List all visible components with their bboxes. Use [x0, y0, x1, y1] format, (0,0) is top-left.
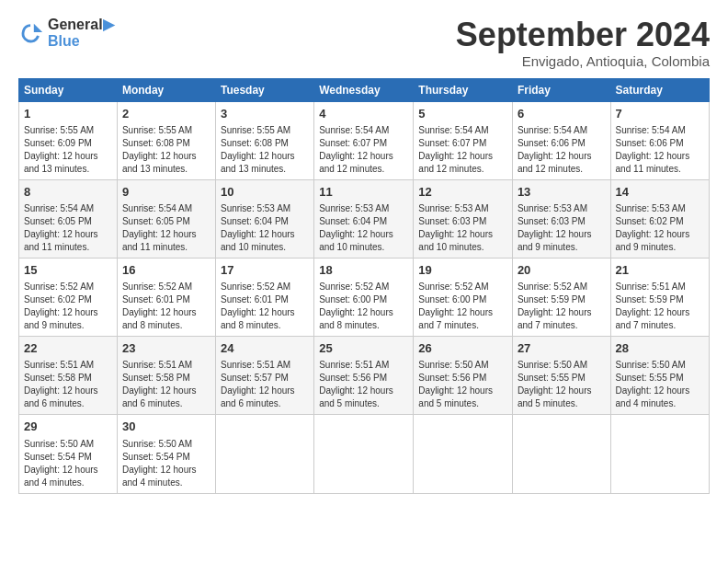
daylight-label: Daylight: 12 hours and 13 minutes. — [122, 151, 197, 174]
table-row — [314, 415, 414, 493]
sunset-text: Sunset: 6:03 PM — [518, 216, 586, 226]
table-row — [414, 415, 513, 493]
col-tuesday: Tuesday — [215, 78, 313, 101]
sunset-text: Sunset: 6:02 PM — [616, 216, 684, 226]
daylight-label: Daylight: 12 hours and 12 minutes. — [319, 151, 393, 174]
table-row: 3 Sunrise: 5:55 AM Sunset: 6:08 PM Dayli… — [215, 101, 313, 179]
sunset-text: Sunset: 6:09 PM — [24, 138, 92, 148]
calendar-week-row: 8 Sunrise: 5:54 AM Sunset: 6:05 PM Dayli… — [19, 179, 710, 258]
calendar-table: Sunday Monday Tuesday Wednesday Thursday… — [18, 78, 710, 494]
col-monday: Monday — [117, 78, 215, 101]
sunset-text: Sunset: 5:59 PM — [518, 294, 586, 304]
sunrise-text: Sunrise: 5:54 AM — [418, 125, 488, 135]
table-row: 25 Sunrise: 5:51 AM Sunset: 5:56 PM Dayl… — [314, 337, 414, 415]
sunrise-text: Sunrise: 5:52 AM — [518, 282, 587, 292]
day-number: 26 — [418, 340, 507, 357]
sunset-text: Sunset: 5:56 PM — [319, 373, 387, 383]
sunrise-text: Sunrise: 5:52 AM — [319, 282, 389, 292]
day-number: 16 — [122, 262, 210, 279]
day-number: 28 — [616, 340, 704, 357]
day-number: 18 — [319, 262, 408, 279]
sunrise-text: Sunrise: 5:50 AM — [518, 360, 587, 370]
day-number: 15 — [24, 262, 112, 279]
day-number: 5 — [418, 106, 507, 122]
sunrise-text: Sunrise: 5:50 AM — [122, 439, 192, 449]
col-wednesday: Wednesday — [314, 78, 414, 101]
table-row: 22 Sunrise: 5:51 AM Sunset: 5:58 PM Dayl… — [19, 337, 118, 415]
sunset-text: Sunset: 5:55 PM — [518, 373, 586, 383]
sunset-text: Sunset: 6:02 PM — [24, 294, 92, 304]
day-number: 24 — [221, 340, 309, 357]
day-number: 12 — [418, 184, 507, 201]
sunrise-text: Sunrise: 5:55 AM — [122, 125, 192, 135]
day-number: 8 — [24, 184, 112, 201]
location-subtitle: Envigado, Antioquia, Colombia — [456, 53, 710, 69]
day-number: 21 — [616, 262, 704, 279]
day-number: 2 — [122, 106, 210, 122]
day-number: 3 — [221, 106, 309, 122]
day-number: 11 — [319, 184, 408, 201]
day-number: 7 — [616, 106, 704, 122]
month-title: September 2024 — [456, 17, 710, 53]
table-row — [610, 415, 709, 493]
calendar-week-row: 1 Sunrise: 5:55 AM Sunset: 6:09 PM Dayli… — [19, 101, 710, 179]
day-number: 4 — [319, 106, 408, 122]
sunrise-text: Sunrise: 5:55 AM — [221, 125, 290, 135]
daylight-label: Daylight: 12 hours and 7 minutes. — [518, 307, 592, 330]
table-row: 2 Sunrise: 5:55 AM Sunset: 6:08 PM Dayli… — [117, 101, 215, 179]
table-row: 11 Sunrise: 5:53 AM Sunset: 6:04 PM Dayl… — [314, 179, 414, 258]
sunset-text: Sunset: 6:01 PM — [122, 294, 190, 304]
table-row: 16 Sunrise: 5:52 AM Sunset: 6:01 PM Dayl… — [117, 258, 215, 336]
sunrise-text: Sunrise: 5:55 AM — [24, 125, 94, 135]
day-number: 9 — [122, 184, 210, 201]
day-number: 13 — [518, 184, 606, 201]
sunset-text: Sunset: 6:03 PM — [418, 216, 486, 226]
calendar-week-row: 29 Sunrise: 5:50 AM Sunset: 5:54 PM Dayl… — [19, 415, 710, 493]
daylight-label: Daylight: 12 hours and 5 minutes. — [418, 385, 493, 408]
col-sunday: Sunday — [19, 78, 118, 101]
sunrise-text: Sunrise: 5:54 AM — [616, 125, 686, 135]
daylight-label: Daylight: 12 hours and 13 minutes. — [24, 151, 98, 174]
daylight-label: Daylight: 12 hours and 4 minutes. — [122, 465, 197, 488]
col-friday: Friday — [512, 78, 610, 101]
day-number: 27 — [518, 340, 606, 357]
daylight-label: Daylight: 12 hours and 10 minutes. — [319, 229, 393, 252]
day-number: 10 — [221, 184, 309, 201]
day-number: 19 — [418, 262, 507, 279]
sunset-text: Sunset: 6:08 PM — [221, 138, 289, 148]
table-row — [512, 415, 610, 493]
table-row: 21 Sunrise: 5:51 AM Sunset: 5:59 PM Dayl… — [610, 258, 709, 336]
sunset-text: Sunset: 5:58 PM — [122, 373, 190, 383]
daylight-label: Daylight: 12 hours and 5 minutes. — [319, 385, 393, 408]
table-row: 23 Sunrise: 5:51 AM Sunset: 5:58 PM Dayl… — [117, 337, 215, 415]
daylight-label: Daylight: 12 hours and 10 minutes. — [418, 229, 493, 252]
sunset-text: Sunset: 6:00 PM — [418, 294, 486, 304]
table-row: 29 Sunrise: 5:50 AM Sunset: 5:54 PM Dayl… — [19, 415, 118, 493]
sunrise-text: Sunrise: 5:51 AM — [24, 360, 94, 370]
table-row: 30 Sunrise: 5:50 AM Sunset: 5:54 PM Dayl… — [117, 415, 215, 493]
daylight-label: Daylight: 12 hours and 9 minutes. — [518, 229, 592, 252]
table-row: 5 Sunrise: 5:54 AM Sunset: 6:07 PM Dayli… — [414, 101, 513, 179]
daylight-label: Daylight: 12 hours and 12 minutes. — [418, 151, 493, 174]
sunrise-text: Sunrise: 5:53 AM — [518, 203, 587, 213]
table-row: 19 Sunrise: 5:52 AM Sunset: 6:00 PM Dayl… — [414, 258, 513, 336]
daylight-label: Daylight: 12 hours and 7 minutes. — [418, 307, 493, 330]
day-number: 20 — [518, 262, 606, 279]
table-row: 6 Sunrise: 5:54 AM Sunset: 6:06 PM Dayli… — [512, 101, 610, 179]
page-container: General▶ Blue September 2024 Envigado, A… — [0, 0, 728, 503]
day-number: 17 — [221, 262, 309, 279]
sunrise-text: Sunrise: 5:50 AM — [616, 360, 686, 370]
sunset-text: Sunset: 6:05 PM — [24, 216, 92, 226]
daylight-label: Daylight: 12 hours and 6 minutes. — [24, 385, 98, 408]
sunrise-text: Sunrise: 5:52 AM — [418, 282, 488, 292]
daylight-label: Daylight: 12 hours and 8 minutes. — [122, 307, 197, 330]
daylight-label: Daylight: 12 hours and 4 minutes. — [24, 465, 98, 488]
table-row: 1 Sunrise: 5:55 AM Sunset: 6:09 PM Dayli… — [19, 101, 118, 179]
table-row: 28 Sunrise: 5:50 AM Sunset: 5:55 PM Dayl… — [610, 337, 709, 415]
table-row: 18 Sunrise: 5:52 AM Sunset: 6:00 PM Dayl… — [314, 258, 414, 336]
table-row: 4 Sunrise: 5:54 AM Sunset: 6:07 PM Dayli… — [314, 101, 414, 179]
calendar-header-row: Sunday Monday Tuesday Wednesday Thursday… — [19, 78, 710, 101]
sunrise-text: Sunrise: 5:54 AM — [319, 125, 389, 135]
sunset-text: Sunset: 6:04 PM — [319, 216, 387, 226]
daylight-label: Daylight: 12 hours and 11 minutes. — [616, 151, 690, 174]
